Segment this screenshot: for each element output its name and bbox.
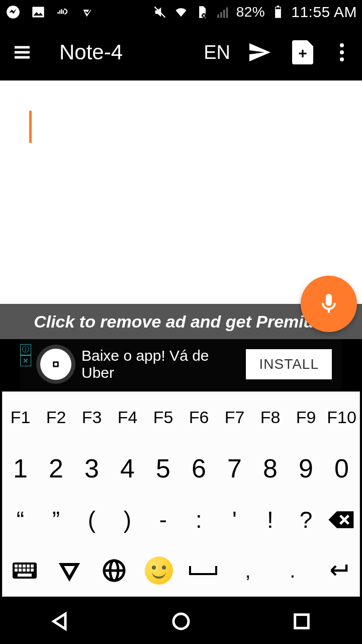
svg-rect-25 [31, 565, 34, 568]
key-open-quote[interactable]: “ [3, 494, 38, 545]
key-7[interactable]: 7 [217, 443, 252, 495]
checkmark-icon [80, 4, 97, 20]
key-f2[interactable]: F2 [38, 392, 74, 443]
key-question[interactable]: ? [288, 494, 324, 545]
mute-icon [152, 4, 168, 20]
svg-rect-28 [23, 569, 26, 572]
new-file-icon: + [292, 40, 313, 64]
key-hide-keyboard[interactable] [47, 545, 92, 597]
key-emoji[interactable] [136, 545, 181, 597]
svg-rect-1 [32, 7, 44, 18]
signal-icon [215, 4, 231, 20]
svg-rect-26 [15, 569, 18, 572]
status-bar: 82% 11:55 AM [0, 0, 362, 24]
key-f5[interactable]: F5 [145, 392, 181, 443]
key-f6[interactable]: F6 [181, 392, 217, 443]
key-9[interactable]: 9 [288, 443, 324, 495]
overflow-menu-button[interactable] [332, 43, 352, 61]
battery-percent: 82% [236, 4, 265, 20]
key-f4[interactable]: F4 [110, 392, 145, 443]
key-f10[interactable]: F10 [324, 392, 359, 443]
clock: 11:55 AM [291, 4, 357, 21]
key-apostrophe[interactable]: ' [217, 494, 252, 545]
key-f1[interactable]: F1 [3, 392, 38, 443]
key-exclaim[interactable]: ! [252, 494, 288, 545]
svg-rect-21 [15, 565, 18, 568]
ad-text: Baixe o app! Vá de Uber [81, 347, 236, 381]
key-comma[interactable]: , [226, 545, 270, 597]
key-period[interactable]: . [270, 545, 315, 597]
kb-row-function: F1 F2 F3 F4 F5 F6 F7 F8 F9 F10 [3, 392, 359, 443]
svg-rect-17 [54, 363, 57, 366]
sim-icon [194, 4, 210, 20]
emoji-icon [145, 556, 173, 585]
send-button[interactable] [245, 38, 274, 66]
app-bar: Note-4 EN + [0, 24, 362, 80]
svg-rect-36 [295, 615, 309, 628]
soundcloud-icon [55, 4, 71, 20]
nav-back-button[interactable] [45, 606, 75, 636]
key-keyboard-toggle[interactable] [3, 545, 47, 597]
key-8[interactable]: 8 [252, 443, 288, 495]
battery-icon [270, 4, 286, 20]
key-4[interactable]: 4 [110, 443, 145, 495]
key-language[interactable] [92, 545, 137, 597]
space-icon [189, 566, 217, 575]
key-f3[interactable]: F3 [74, 392, 110, 443]
svg-rect-27 [19, 569, 22, 572]
key-enter[interactable] [315, 545, 359, 597]
messenger-icon [5, 4, 21, 20]
key-5[interactable]: 5 [145, 443, 181, 495]
key-colon[interactable]: : [181, 494, 217, 545]
status-left [5, 4, 97, 20]
screen-root: 82% 11:55 AM Note-4 EN + Click to remove… [0, 0, 362, 644]
status-right: 82% 11:55 AM [152, 4, 357, 21]
page-title: Note-4 [49, 40, 189, 64]
kb-row-symbols: “ ” ( ) - : ' ! ? [3, 494, 359, 545]
key-close-paren[interactable]: ) [110, 494, 145, 545]
key-close-quote[interactable]: ” [38, 494, 74, 545]
key-open-paren[interactable]: ( [74, 494, 110, 545]
svg-rect-6 [217, 15, 219, 18]
key-backspace[interactable] [324, 494, 359, 545]
svg-rect-24 [27, 565, 30, 568]
svg-rect-7 [220, 12, 222, 18]
ad-banner[interactable]: ⓘ✕ Baixe o app! Vá de Uber INSTALL [20, 339, 342, 389]
svg-rect-31 [18, 574, 32, 577]
menu-button[interactable] [10, 40, 34, 64]
key-f8[interactable]: F8 [252, 392, 288, 443]
keyboard: F1 F2 F3 F4 F5 F6 F7 F8 F9 F10 1 2 3 4 5… [2, 391, 360, 597]
nav-home-button[interactable] [166, 606, 196, 636]
key-0[interactable]: 0 [324, 443, 359, 495]
ad-info-badge[interactable]: ⓘ✕ [20, 344, 31, 366]
svg-rect-11 [277, 6, 280, 7]
new-file-button[interactable]: + [289, 38, 317, 66]
svg-rect-9 [226, 8, 228, 18]
key-space[interactable] [181, 545, 226, 597]
key-2[interactable]: 2 [38, 443, 74, 495]
language-toggle[interactable]: EN [204, 42, 230, 63]
svg-rect-23 [23, 565, 26, 568]
kb-row-numbers: 1 2 3 4 5 6 7 8 9 0 [3, 443, 359, 495]
image-icon [30, 4, 46, 20]
key-3[interactable]: 3 [74, 443, 110, 495]
voice-input-fab[interactable] [301, 276, 357, 332]
svg-point-35 [173, 614, 189, 629]
note-editor[interactable] [0, 80, 362, 304]
kb-row-control: , . [3, 545, 359, 597]
svg-rect-8 [223, 10, 225, 18]
svg-rect-29 [27, 569, 30, 572]
nav-recent-button[interactable] [287, 606, 317, 636]
premium-banner-text: Click to remove ad and get Premiu... [34, 312, 328, 332]
key-6[interactable]: 6 [181, 443, 217, 495]
wifi-icon [173, 4, 189, 20]
svg-rect-22 [19, 565, 22, 568]
uber-logo-icon [40, 349, 71, 380]
key-f7[interactable]: F7 [217, 392, 252, 443]
system-nav-bar [0, 599, 362, 644]
key-dash[interactable]: - [145, 494, 181, 545]
key-1[interactable]: 1 [3, 443, 38, 495]
ad-install-button[interactable]: INSTALL [246, 349, 332, 379]
key-f9[interactable]: F9 [288, 392, 324, 443]
text-caret [29, 111, 32, 143]
